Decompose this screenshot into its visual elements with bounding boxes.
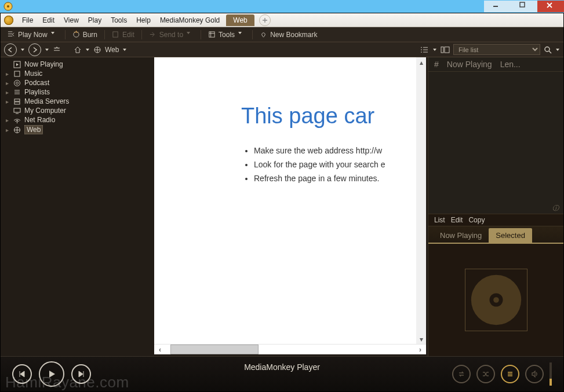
toolbar: Play Now Burn Edit Send to Too (1, 27, 563, 42)
menubar: File Edit View Play Tools Help MediaMonk… (1, 13, 563, 27)
menu-gold[interactable]: MediaMonkey Gold (156, 14, 224, 26)
tree-label: Music (24, 69, 42, 78)
tree-item-net-radio[interactable]: ▸Net Radio (1, 115, 154, 124)
scroll-right-icon[interactable]: › (414, 346, 426, 354)
horizontal-scrollbar[interactable]: ‹ › (154, 344, 426, 354)
breadcrumb-web[interactable]: Web (105, 46, 119, 54)
player-bar: MediaMonkey Player HamiRayane.com (1, 356, 563, 391)
svg-point-13 (14, 80, 20, 86)
svg-point-1 (7, 5, 9, 8)
tree-item-now-playing[interactable]: ▸Now Playing (1, 60, 154, 69)
window-minimize-button[interactable] (484, 1, 511, 12)
repeat-button[interactable] (452, 365, 471, 383)
album-art-placeholder (465, 269, 527, 331)
view-mode-combo[interactable]: File list (453, 44, 540, 55)
dropdown-icon[interactable] (45, 47, 49, 52)
scroll-up-icon[interactable]: ▴ (416, 57, 426, 67)
add-tab-button[interactable] (259, 14, 271, 26)
play-now-icon (8, 31, 15, 38)
dropdown-icon[interactable] (20, 47, 25, 52)
vertical-scrollbar[interactable]: ▴ ▾ (416, 57, 426, 344)
art-tab-now-playing[interactable]: Now Playing (433, 228, 489, 243)
app-title-icon (3, 2, 13, 11)
menu-play[interactable]: Play (84, 14, 105, 26)
titlebar (0, 0, 564, 13)
art-menu-list[interactable]: List (434, 216, 445, 224)
art-tabs: Now Playing Selected (428, 226, 563, 244)
app-logo-icon (4, 16, 13, 25)
playlist-toggle-button[interactable] (501, 365, 519, 383)
error-page: This page car Make sure the web address … (154, 57, 416, 344)
info-icon[interactable]: ⓘ (552, 204, 559, 213)
play-now-label: Play Now (18, 31, 48, 39)
nav-forward-button[interactable] (28, 43, 41, 56)
col-length[interactable]: Len... (500, 60, 521, 69)
watermark-text: HamiRayane.com (5, 373, 129, 391)
dropdown-icon[interactable] (122, 47, 127, 52)
center-pane: This page car Make sure the web address … (154, 57, 428, 356)
art-menu-copy[interactable]: Copy (468, 216, 485, 224)
burn-label: Burn (83, 31, 97, 39)
view-columns-icon[interactable] (441, 46, 450, 54)
nav-up-icon[interactable] (53, 46, 61, 54)
tree-item-web[interactable]: ▸Web (1, 124, 154, 135)
volume-slider[interactable] (550, 362, 552, 386)
svg-rect-6 (209, 32, 214, 37)
music-icon (13, 70, 21, 78)
dropdown-icon[interactable] (432, 47, 437, 52)
svg-rect-3 (520, 2, 525, 7)
svg-rect-15 (14, 99, 20, 101)
svg-rect-12 (14, 71, 20, 76)
dropdown-icon[interactable] (85, 47, 90, 52)
right-panel: # Now Playing Len... ⓘ List Edit Copy No… (428, 57, 563, 356)
servers-icon (13, 98, 21, 105)
menu-tools[interactable]: Tools (107, 14, 131, 26)
tree-item-music[interactable]: ▸Music (1, 69, 154, 78)
col-now-playing[interactable]: Now Playing (447, 60, 492, 69)
svg-rect-2 (493, 6, 498, 7)
dropdown-icon (238, 31, 245, 38)
window-close-button[interactable] (537, 1, 564, 12)
play-now-button[interactable]: Play Now (4, 30, 61, 40)
tree-item-playlists[interactable]: ▸Playlists (1, 87, 154, 97)
scroll-left-icon[interactable]: ‹ (154, 346, 166, 354)
tools-button[interactable]: Tools (205, 30, 249, 40)
volume-button[interactable] (525, 365, 544, 383)
error-heading: This page car (241, 104, 393, 129)
burn-button[interactable]: Burn (69, 30, 101, 40)
tree-label: My Computer (24, 107, 66, 115)
view-list-icon[interactable] (420, 46, 429, 54)
tab-web[interactable]: Web (226, 14, 254, 26)
art-tab-selected[interactable]: Selected (489, 228, 532, 243)
dropdown-icon (50, 31, 58, 38)
scroll-down-icon[interactable]: ▾ (416, 334, 426, 344)
svg-point-14 (16, 82, 19, 84)
art-menu: List Edit Copy (428, 214, 563, 226)
svg-rect-8 (441, 47, 443, 53)
web-icon (13, 126, 21, 134)
nav-back-button[interactable] (4, 43, 17, 56)
new-bookmark-button[interactable]: New Bookmark (256, 30, 321, 40)
shuffle-button[interactable] (476, 365, 495, 383)
tree-item-media-servers[interactable]: ▸Media Servers (1, 97, 154, 106)
error-bullet: Refresh the page in a few minutes. (254, 174, 393, 183)
tree-label: Podcast (24, 79, 49, 87)
art-menu-edit[interactable]: Edit (451, 216, 463, 224)
search-icon[interactable] (544, 46, 552, 54)
menu-help[interactable]: Help (132, 14, 155, 26)
menu-file[interactable]: File (18, 14, 37, 26)
navigation-tree[interactable]: ▸Now Playing ▸Music ▸Podcast ▸Playlists … (1, 57, 154, 356)
edit-icon (112, 31, 119, 38)
tree-item-my-computer[interactable]: ▸My Computer (1, 106, 154, 115)
scroll-thumb[interactable] (170, 345, 259, 354)
col-number[interactable]: # (434, 60, 439, 69)
tree-label: Now Playing (24, 60, 63, 68)
dropdown-icon[interactable] (555, 47, 560, 52)
tree-item-podcast[interactable]: ▸Podcast (1, 78, 154, 87)
window-maximize-button[interactable] (511, 1, 537, 12)
menu-view[interactable]: View (60, 14, 83, 26)
home-icon[interactable] (74, 46, 82, 54)
menu-edit[interactable]: Edit (38, 14, 59, 26)
tree-label: Net Radio (24, 116, 55, 124)
send-to-icon (149, 31, 157, 38)
